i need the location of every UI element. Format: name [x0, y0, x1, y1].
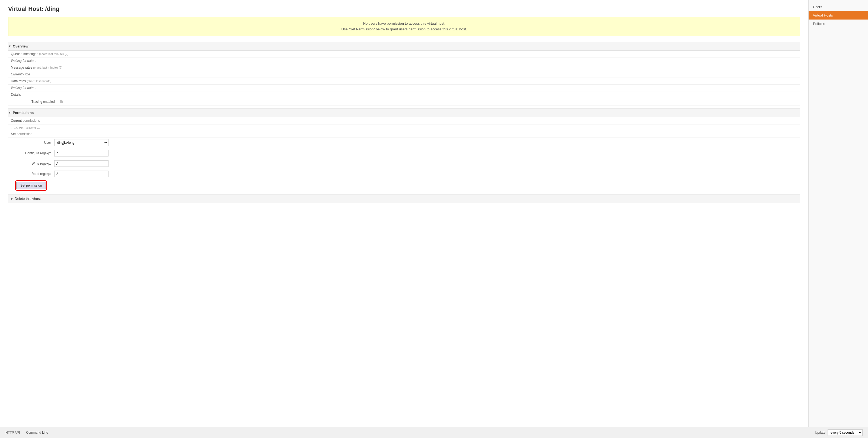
page-title: Virtual Host: /ding	[8, 5, 800, 12]
configure-regexp-row: Configure regexp:	[8, 149, 800, 158]
queued-messages-label: Queued messages (chart: last minute) (?)	[11, 52, 68, 56]
tracing-label: Tracing enabled:	[11, 100, 60, 103]
overview-section-content: Queued messages (chart: last minute) (?)…	[8, 51, 800, 105]
footer-separator: |	[23, 431, 23, 435]
details-label: Details	[11, 93, 65, 97]
footer-update-section: Update every 5 seconds every 10 seconds …	[815, 429, 863, 436]
overview-section-header[interactable]: ▼ Overview	[8, 42, 800, 51]
configure-regexp-label: Configure regexp:	[11, 151, 54, 155]
message-rates-row: Message rates (chart: last minute) (?)	[8, 64, 800, 71]
read-regexp-input[interactable]	[54, 170, 108, 177]
queued-messages-value-row: Waiting for data...	[8, 58, 800, 64]
delete-vhost-header[interactable]: ▶ Delete this vhost	[8, 194, 800, 203]
write-regexp-row: Write regexp:	[8, 159, 800, 168]
data-rates-label: Data rates (chart: last minute)	[11, 79, 65, 83]
data-rates-row: Data rates (chart: last minute)	[8, 78, 800, 85]
permissions-section-header[interactable]: ▼ Permissions	[8, 108, 800, 117]
data-rates-value-row: Waiting for data...	[8, 85, 800, 91]
footer-links: HTTP API | Command Line	[5, 431, 48, 435]
write-regexp-input[interactable]	[54, 160, 108, 167]
queued-messages-row: Queued messages (chart: last minute) (?)	[8, 51, 800, 58]
update-interval-select[interactable]: every 5 seconds every 10 seconds every 3…	[828, 429, 863, 436]
overview-section-label: Overview	[13, 44, 29, 48]
no-permissions-text: ... no permissions ...	[8, 124, 800, 130]
details-label-row: Details	[8, 91, 800, 98]
read-regexp-label: Read regexp:	[11, 172, 54, 176]
message-rates-value: Currently idle	[11, 72, 30, 76]
sidebar-item-virtual-hosts[interactable]: Virtual Hosts	[809, 11, 868, 20]
queued-messages-value: Waiting for data...	[11, 59, 36, 63]
user-select-row: User dingjiaxiong ▾	[8, 138, 800, 148]
permissions-section-content: Current permissions ... no permissions .…	[8, 117, 800, 191]
sidebar: Users Virtual Hosts Policies	[808, 0, 868, 438]
data-rates-value: Waiting for data...	[11, 86, 36, 90]
delete-expand-arrow: ▶	[11, 197, 13, 200]
read-regexp-row: Read regexp:	[8, 169, 800, 179]
permissions-collapse-arrow: ▼	[8, 111, 11, 114]
delete-vhost-label: Delete this vhost	[14, 197, 41, 201]
sidebar-item-policies[interactable]: Policies	[809, 20, 868, 28]
overview-collapse-arrow: ▼	[8, 44, 11, 48]
set-permission-button[interactable]: Set permission	[16, 182, 46, 189]
user-label: User	[11, 141, 54, 145]
update-label: Update	[815, 431, 826, 435]
footer-bar: HTTP API | Command Line Update every 5 s…	[0, 427, 868, 438]
permissions-section-label: Permissions	[13, 111, 34, 115]
command-line-link[interactable]: Command Line	[26, 431, 48, 435]
message-rates-label: Message rates (chart: last minute) (?)	[11, 66, 65, 69]
tracing-row: Tracing enabled:	[8, 98, 800, 105]
write-regexp-label: Write regexp:	[11, 162, 54, 165]
set-permission-label: Set permission	[8, 130, 800, 138]
sidebar-item-users[interactable]: Users	[809, 3, 868, 11]
set-permission-btn-row: Set permission	[8, 180, 800, 191]
delete-section: ▶ Delete this vhost	[8, 194, 800, 203]
configure-regexp-input[interactable]	[54, 150, 108, 156]
http-api-link[interactable]: HTTP API	[5, 431, 20, 435]
current-permissions-label: Current permissions	[8, 117, 800, 124]
tracing-indicator	[60, 100, 63, 103]
message-rates-value-row: Currently idle	[8, 71, 800, 78]
warning-banner: No users have permission to access this …	[8, 17, 800, 36]
user-select[interactable]: dingjiaxiong	[54, 139, 108, 146]
